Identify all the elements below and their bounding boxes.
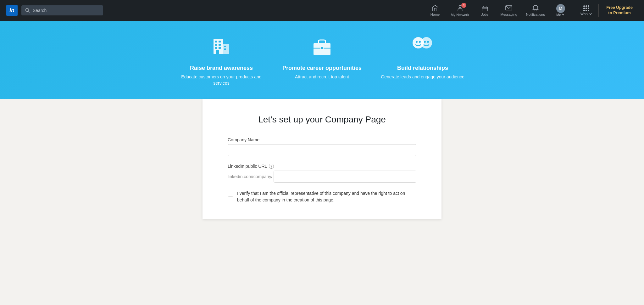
nav-items: Home 4 My Network Jobs <box>425 4 638 17</box>
chevron-down-icon <box>562 13 565 16</box>
url-prefix: linkedin.com/company/ <box>228 174 274 179</box>
navbar: in Home 4 My Network <box>0 0 644 21</box>
svg-rect-14 <box>216 50 219 54</box>
svg-rect-19 <box>320 47 324 49</box>
nav-home[interactable]: Home <box>425 4 446 16</box>
premium-upgrade-link[interactable]: Free Upgrade to Premium <box>601 5 638 16</box>
url-row: linkedin.com/company/ <box>228 171 416 183</box>
notifications-label: Notifications <box>526 13 545 16</box>
url-label: LinkedIn public URL <box>228 164 267 169</box>
checkbox-label[interactable]: I verify that I am the official represen… <box>237 190 416 203</box>
svg-rect-10 <box>215 44 217 46</box>
form-card: Let’s set up your Company Page Company N… <box>203 99 441 219</box>
search-icon <box>25 8 30 13</box>
svg-line-1 <box>29 11 30 13</box>
nav-divider-2 <box>598 4 599 17</box>
messaging-label: Messaging <box>501 13 517 16</box>
svg-rect-12 <box>215 47 217 49</box>
hero-col-brand: Raise brand awareness Educate customers … <box>171 33 272 86</box>
me-label: Me <box>556 13 565 17</box>
svg-point-25 <box>427 41 429 43</box>
url-input[interactable] <box>274 171 416 183</box>
svg-point-2 <box>459 6 461 8</box>
svg-point-22 <box>419 41 421 43</box>
hero-col3-desc: Generate leads and engage your audience <box>381 74 464 80</box>
hero-col-relationships: Build relationships Generate leads and e… <box>372 33 473 86</box>
hero-col1-title: Raise brand awareness <box>190 65 253 71</box>
jobs-label: Jobs <box>481 13 488 16</box>
hero-col3-title: Build relationships <box>397 65 448 71</box>
hero-col2-title: Promote career opportunities <box>282 65 362 71</box>
svg-point-21 <box>416 41 418 43</box>
nav-messaging[interactable]: Messaging <box>497 4 521 16</box>
network-label: My Network <box>451 13 469 17</box>
company-name-group: Company Name <box>228 137 416 156</box>
network-badge: 4 <box>461 3 466 8</box>
form-title: Let’s set up your Company Page <box>228 115 416 125</box>
url-label-row: LinkedIn public URL ? <box>228 164 416 169</box>
work-label: Work <box>580 12 592 16</box>
hero-banner: Raise brand awareness Educate customers … <box>0 21 644 105</box>
company-name-input[interactable] <box>228 144 416 156</box>
svg-point-23 <box>421 37 432 48</box>
avatar: M <box>556 4 565 13</box>
work-chevron-icon <box>589 12 592 15</box>
nav-my-network[interactable]: 4 My Network <box>447 4 473 17</box>
home-icon <box>431 4 439 12</box>
nav-notifications[interactable]: Notifications <box>522 4 549 16</box>
verify-checkbox-row: I verify that I am the official represen… <box>228 190 416 203</box>
nav-work[interactable]: Work <box>577 5 596 16</box>
verify-checkbox[interactable] <box>228 191 233 196</box>
jobs-icon <box>481 4 489 12</box>
nav-jobs[interactable]: Jobs <box>474 4 496 16</box>
messaging-icon <box>505 4 513 12</box>
company-name-label: Company Name <box>228 137 416 142</box>
building-icon <box>210 33 232 59</box>
svg-rect-11 <box>219 44 221 46</box>
svg-rect-8 <box>215 41 217 42</box>
people-icon <box>410 33 435 59</box>
bell-icon <box>532 4 539 12</box>
svg-rect-9 <box>219 41 221 42</box>
linkedin-logo[interactable]: in <box>6 5 18 16</box>
svg-rect-13 <box>219 47 221 49</box>
nav-divider <box>574 4 574 17</box>
hero-col-career: Promote career opportunities Attract and… <box>272 33 372 86</box>
hero-col2-desc: Attract and recruit top talent <box>295 74 349 80</box>
search-input[interactable] <box>33 8 99 13</box>
nav-me[interactable]: M Me <box>550 4 571 17</box>
url-group: LinkedIn public URL ? linkedin.com/compa… <box>228 164 416 183</box>
svg-rect-16 <box>224 48 226 50</box>
home-label: Home <box>430 13 440 16</box>
help-icon[interactable]: ? <box>269 164 274 169</box>
svg-point-24 <box>424 41 426 43</box>
svg-rect-15 <box>224 46 226 47</box>
grid-icon <box>583 5 589 11</box>
search-bar[interactable] <box>21 5 103 15</box>
main-area: Let’s set up your Company Page Company N… <box>0 99 644 238</box>
hero-col1-desc: Educate customers on your products and s… <box>177 74 265 86</box>
briefcase-icon <box>311 33 333 59</box>
svg-rect-3 <box>482 7 488 11</box>
